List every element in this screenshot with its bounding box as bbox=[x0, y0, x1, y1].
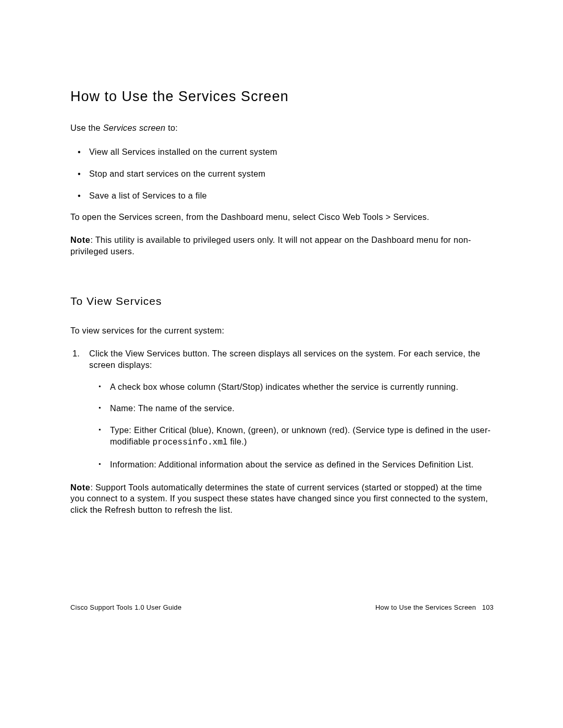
list-item: Stop and start services on the current s… bbox=[70, 168, 494, 180]
intro-paragraph: Use the Services screen to: bbox=[70, 122, 494, 134]
page-title: How to Use the Services Screen bbox=[70, 89, 494, 105]
footer-left: Cisco Support Tools 1.0 User Guide bbox=[70, 603, 181, 611]
list-item: Name: The name of the service. bbox=[89, 403, 494, 414]
section-heading: To View Services bbox=[70, 295, 494, 307]
page-footer: Cisco Support Tools 1.0 User Guide How t… bbox=[70, 603, 494, 611]
feature-list: View all Services installed on the curre… bbox=[70, 146, 494, 202]
list-item: Information: Additional information abou… bbox=[89, 459, 494, 471]
list-item: View all Services installed on the curre… bbox=[70, 146, 494, 158]
section-intro: To view services for the current system: bbox=[70, 325, 494, 337]
filename-mono: processinfo.xml bbox=[153, 438, 228, 447]
steps-list: 1. Click the View Services button. The s… bbox=[70, 348, 494, 471]
list-item: Save a list of Services to a file bbox=[70, 190, 494, 202]
footer-right-title: How to Use the Services Screen bbox=[375, 603, 476, 611]
footer-page-number: 103 bbox=[482, 603, 494, 611]
sub-list: A check box whose column (Start/Stop) in… bbox=[89, 381, 494, 471]
type-text-suffix: file.) bbox=[228, 437, 247, 446]
step-item: 1. Click the View Services button. The s… bbox=[70, 348, 494, 471]
note-paragraph: Note: This utility is available to privi… bbox=[70, 235, 494, 257]
intro-prefix: Use the bbox=[70, 123, 103, 132]
list-item: A check box whose column (Start/Stop) in… bbox=[89, 381, 494, 393]
note-paragraph: Note: Support Tools automatically determ… bbox=[70, 482, 494, 516]
open-instructions: To open the Services screen, from the Da… bbox=[70, 212, 494, 223]
list-item: Type: Either Critical (blue), Known, (gr… bbox=[89, 425, 494, 448]
note-body: : This utility is available to privilege… bbox=[70, 235, 471, 256]
step-number: 1. bbox=[72, 348, 80, 360]
footer-right: How to Use the Services Screen 103 bbox=[375, 603, 494, 611]
intro-suffix: to: bbox=[165, 123, 178, 132]
page-body: How to Use the Services Screen Use the S… bbox=[70, 89, 494, 527]
note-label: Note bbox=[70, 235, 90, 244]
note-label: Note bbox=[70, 483, 90, 492]
intro-emphasis: Services screen bbox=[103, 123, 166, 132]
note-body: : Support Tools automatically determines… bbox=[70, 483, 488, 515]
step-text: Click the View Services button. The scre… bbox=[89, 349, 480, 369]
